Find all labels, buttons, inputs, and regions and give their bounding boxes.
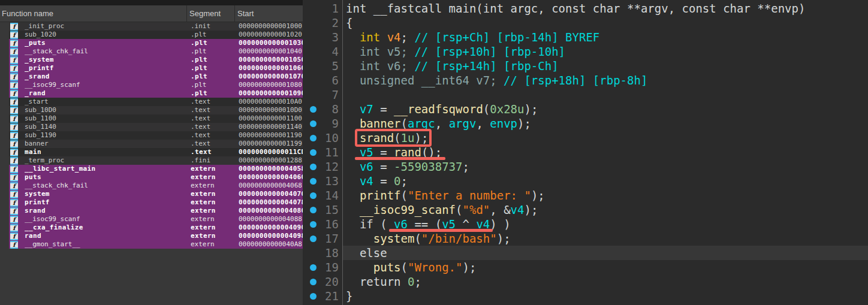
- code-token: rand: [394, 146, 421, 159]
- code-token: // [rsp+10h] [rbp-10h]: [414, 45, 565, 58]
- code-line[interactable]: 12 v6 = -559038737;: [303, 159, 868, 174]
- functions-panel: Function name Segment Start f_init_proc.…: [0, 0, 303, 305]
- pseudocode-lines: 1int __fastcall main(int argc, const cha…: [303, 1, 868, 303]
- code-token: banner: [360, 117, 401, 130]
- code-text: banner(argc, argv, envp);: [343, 116, 868, 131]
- code-line[interactable]: 19 puts("Wrong.");: [303, 260, 868, 274]
- function-row[interactable]: f__libc_start_mainextern0000000000004058: [9, 165, 303, 173]
- function-row[interactable]: f_rand.plt0000000000001090: [9, 89, 303, 98]
- line-gutter: 8: [303, 102, 343, 116]
- function-name: _printf: [25, 64, 191, 73]
- code-line[interactable]: 3 int v4; // [rsp+Ch] [rbp-14h] BYREF: [303, 30, 868, 44]
- code-token: [346, 102, 360, 116]
- function-row[interactable]: fputsextern0000000000004060: [9, 173, 303, 182]
- code-line[interactable]: 17 system("/bin/bash");: [303, 231, 868, 246]
- function-row[interactable]: fprintfextern0000000000004078: [9, 198, 303, 207]
- function-row[interactable]: f_puts.plt0000000000001030: [9, 39, 303, 47]
- line-number: 10: [325, 131, 339, 145]
- code-line[interactable]: 20 return 0;: [303, 274, 868, 289]
- function-row[interactable]: fsystemextern0000000000004070: [9, 190, 303, 198]
- function-row[interactable]: fmain.text00000000000011CD: [9, 148, 303, 156]
- code-line[interactable]: 18 else: [303, 246, 868, 260]
- code-line[interactable]: 21}: [303, 289, 868, 303]
- function-segment: extern: [191, 182, 239, 190]
- function-name: __isoc99_scanf: [25, 81, 191, 89]
- function-segment: extern: [191, 190, 239, 198]
- code-line[interactable]: 16 if ( v6 == (v5 ^ v4) ): [303, 217, 868, 231]
- function-row[interactable]: f_system.plt0000000000001050: [9, 56, 303, 64]
- code-token: // [rsp+Ch] [rbp-14h] BYREF: [414, 31, 599, 44]
- function-start-address: 0000000000001040: [239, 47, 303, 56]
- code-token: 0: [394, 174, 400, 188]
- line-gutter: 19: [303, 260, 343, 274]
- function-row[interactable]: f__cxa_finalizeextern0000000000004090: [9, 224, 303, 232]
- code-line[interactable]: 14 printf("Enter a number: ");: [303, 188, 868, 203]
- code-line[interactable]: 13 v4 = 0;: [303, 174, 868, 188]
- function-row[interactable]: fsub_1190.text0000000000001190: [9, 131, 303, 140]
- code-line[interactable]: 4 int v5; // [rsp+10h] [rbp-10h]: [303, 44, 868, 59]
- code-token: {: [346, 16, 352, 29]
- function-name: sub_1100: [25, 114, 191, 123]
- function-row[interactable]: f_start.text00000000000010A0: [9, 98, 303, 106]
- code-token: "/bin/bash": [421, 232, 497, 245]
- code-token: system: [373, 232, 415, 245]
- function-row[interactable]: fsub_10D0.text00000000000010D0: [9, 106, 303, 114]
- code-token: == (: [408, 218, 442, 231]
- code-token: v6: [360, 160, 373, 173]
- function-segment: extern: [191, 224, 239, 232]
- function-name: __gmon_start__: [25, 240, 191, 249]
- function-row[interactable]: frandextern0000000000004098: [9, 232, 303, 240]
- function-name: sub_1140: [25, 123, 191, 131]
- function-row[interactable]: fsub_1020.plt0000000000001020: [9, 31, 303, 39]
- function-row[interactable]: f__stack_chk_fail.plt0000000000001040: [9, 47, 303, 56]
- function-row[interactable]: fsub_1140.text0000000000001140: [9, 123, 303, 131]
- code-line[interactable]: 11 v5 = rand();: [303, 145, 868, 159]
- function-row[interactable]: f__gmon_start__extern00000000000040A8: [9, 240, 303, 249]
- function-row[interactable]: f_init_proc.init0000000000001000: [9, 22, 303, 31]
- function-row[interactable]: fsrandextern0000000000004080: [9, 207, 303, 215]
- function-row[interactable]: f__stack_chk_failextern0000000000004068: [9, 182, 303, 190]
- function-icon: f: [10, 182, 18, 190]
- function-segment: extern: [191, 165, 239, 173]
- code-token: (: [401, 189, 408, 202]
- code-text: puts("Wrong.");: [343, 260, 868, 274]
- function-segment: extern: [191, 232, 239, 240]
- code-line[interactable]: 15 __isoc99_scanf("%d", &v4);: [303, 203, 868, 217]
- code-token: [346, 261, 373, 274]
- line-gutter: 5: [303, 59, 343, 73]
- code-token: (: [483, 102, 490, 116]
- column-header-segment[interactable]: Segment: [186, 5, 234, 22]
- code-line[interactable]: 2{: [303, 16, 868, 30]
- function-segment: extern: [191, 215, 239, 224]
- function-row[interactable]: f__isoc99_scanf.plt0000000000001080: [9, 81, 303, 89]
- function-row[interactable]: fbanner.text0000000000001199: [9, 140, 303, 148]
- code-line[interactable]: 1int __fastcall main(int argc, const cha…: [303, 1, 868, 16]
- code-token: int __fastcall main(int argc, const char…: [346, 2, 805, 15]
- line-number: 6: [332, 73, 339, 87]
- code-line[interactable]: 6 unsigned __int64 v7; // [rsp+18h] [rbp…: [303, 73, 868, 87]
- code-token: v5: [360, 146, 373, 159]
- function-row[interactable]: fsub_1100.text0000000000001100: [9, 114, 303, 123]
- function-icon: f: [10, 65, 18, 73]
- column-header-function-name[interactable]: Function name: [0, 9, 186, 18]
- code-line[interactable]: 7: [303, 87, 868, 102]
- line-number: 19: [325, 260, 339, 274]
- code-line[interactable]: 10 srand(1u);: [303, 131, 868, 145]
- function-row[interactable]: f_term_proc.fini0000000000001288: [9, 156, 303, 165]
- code-line[interactable]: 9 banner(argc, argv, envp);: [303, 116, 868, 131]
- function-start-address: 0000000000001140: [239, 123, 303, 131]
- code-line[interactable]: 8 v7 = __readfsqword(0x28u);: [303, 102, 868, 116]
- functions-list-header: Function name Segment Start: [0, 5, 303, 22]
- function-row[interactable]: f_printf.plt0000000000001060: [9, 64, 303, 73]
- code-line[interactable]: 5 int v6; // [rsp+14h] [rbp-Ch]: [303, 59, 868, 73]
- line-number: 12: [325, 159, 339, 174]
- panel-top-strip: [0, 0, 303, 5]
- code-token: int: [360, 31, 380, 44]
- function-row[interactable]: f__isoc99_scanfextern0000000000004088: [9, 215, 303, 224]
- function-row[interactable]: f_srand.plt0000000000001070: [9, 73, 303, 81]
- function-name: _init_proc: [25, 22, 191, 31]
- column-header-start[interactable]: Start: [234, 5, 303, 22]
- code-token: v4: [511, 203, 525, 216]
- function-icon: f: [10, 191, 18, 198]
- line-number: 4: [332, 44, 339, 59]
